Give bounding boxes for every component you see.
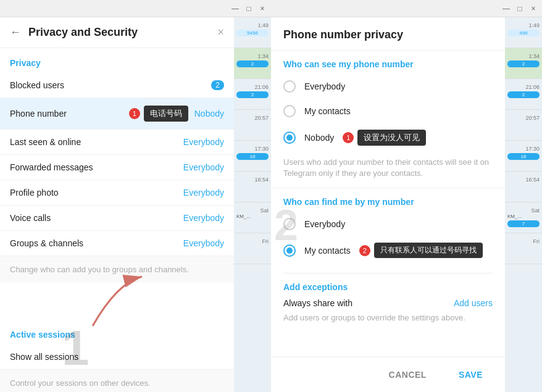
right-maximize-button[interactable]: □	[515, 4, 525, 14]
last-seen-item[interactable]: Last seen & online Everybody	[0, 130, 234, 155]
add-exceptions-hint: Add users or groups to override the sett…	[283, 313, 493, 327]
right-content: Phone number privacy Who can see my phon…	[271, 17, 542, 392]
rchat-item-6: 16:54	[505, 172, 542, 202]
find-everybody-label: Everybody	[304, 219, 345, 229]
voice-calls-label: Voice calls	[10, 213, 183, 223]
voice-calls-value: Everybody	[183, 213, 224, 223]
contacts-annotation-badge: 2	[359, 245, 370, 256]
always-share-row: Always share with Add users	[283, 298, 493, 308]
see-everybody-label: Everybody	[304, 81, 345, 91]
see-everybody-radio[interactable]	[283, 80, 296, 93]
rchat-item-5: 17:30 18	[505, 141, 542, 172]
find-everybody-option[interactable]: Everybody	[271, 212, 505, 236]
last-seen-value: Everybody	[183, 137, 224, 147]
right-minimize-button[interactable]: —	[501, 4, 511, 14]
see-info-text: Users who add your number to their conta…	[271, 152, 505, 188]
blocked-users-item[interactable]: Blocked users 2	[0, 73, 234, 98]
blocked-users-badge: 2	[211, 80, 224, 90]
nobody-annotation-text: 设置为没人可见	[357, 130, 426, 146]
separator-1	[283, 273, 493, 273]
right-window-controls: — □ ×	[501, 4, 538, 14]
phone-number-badge: 1	[129, 108, 140, 119]
see-contacts-label: My contacts	[304, 106, 351, 116]
profile-photo-value: Everybody	[183, 188, 224, 198]
cancel-button[interactable]: CANCEL	[379, 365, 436, 385]
privacy-header: ← Privacy and Security ×	[0, 17, 234, 48]
last-seen-label: Last seen & online	[10, 137, 183, 147]
phone-number-item[interactable]: Phone number 1 电话号码 Nobody	[0, 98, 234, 130]
dialog-spacer	[271, 330, 505, 357]
find-contacts-option[interactable]: My contacts 2 只有联系人可以通过号码寻找	[271, 236, 505, 264]
see-nobody-label: Nobody	[304, 133, 334, 143]
see-nobody-option[interactable]: Nobody 1 设置为没人可见	[271, 123, 505, 152]
always-share-label: Always share with	[283, 298, 352, 308]
see-contacts-radio[interactable]	[283, 105, 296, 117]
who-can-see-title: Who can see my phone number	[271, 51, 505, 74]
chat-item-4: 20:57	[234, 110, 271, 141]
voice-calls-item[interactable]: Voice calls Everybody	[0, 206, 234, 231]
arrow-svg	[80, 270, 154, 332]
privacy-panel: ← Privacy and Security × Privacy Blocked…	[0, 17, 234, 392]
chat-background-left: 1:49 5496 1:34 2 21:06 2 20:57 17:30 18 …	[234, 17, 271, 392]
show-all-sessions-item[interactable]: Show all sessions	[0, 344, 234, 370]
see-everybody-option[interactable]: Everybody	[271, 74, 505, 99]
rchat-item-7: Sat KM_... 7	[505, 202, 542, 233]
groups-label: Groups & channels	[10, 238, 183, 248]
right-title-bar: — □ ×	[271, 0, 542, 17]
phone-tooltip: 电话号码	[144, 106, 188, 122]
chat-background-right: 1:49 496 1:34 2 21:06 2 20:57 17:30 18 1…	[505, 17, 542, 392]
forwarded-label: Forwarded messages	[10, 162, 183, 172]
blocked-users-label: Blocked users	[10, 80, 211, 90]
rchat-item-1: 1:49 496	[505, 17, 542, 48]
groups-item[interactable]: Groups & channels Everybody	[0, 231, 234, 256]
chat-item-3: 21:06 2	[234, 79, 271, 110]
save-button[interactable]: SAVE	[449, 365, 493, 385]
find-contacts-label: My contacts	[304, 246, 351, 256]
back-button[interactable]: ←	[10, 26, 21, 39]
maximize-button[interactable]: □	[244, 4, 254, 14]
add-exceptions-section: Add exceptions Always share with Add use…	[271, 264, 505, 330]
big-number-2: 2	[274, 201, 298, 250]
dialog-panel: Phone number privacy Who can see my phon…	[271, 17, 505, 392]
phone-number-label: Phone number	[10, 109, 129, 119]
add-exceptions-title: Add exceptions	[283, 282, 493, 292]
panel-close-button[interactable]: ×	[217, 26, 224, 39]
left-window-controls: — □ ×	[230, 4, 267, 14]
rchat-item-4: 20:57	[505, 110, 542, 141]
contacts-annotation-text: 只有联系人可以通过号码寻找	[374, 243, 483, 258]
chat-item-8: Fri	[234, 233, 271, 264]
left-window: — □ × ← Privacy and Security × Privacy B…	[0, 0, 271, 392]
forwarded-item[interactable]: Forwarded messages Everybody	[0, 155, 234, 180]
dialog-footer: CANCEL SAVE	[271, 357, 505, 392]
see-nobody-radio[interactable]	[283, 131, 296, 144]
rchat-item-3: 21:06 2	[505, 79, 542, 110]
right-window: — □ × Phone number privacy Who can see m…	[271, 0, 542, 392]
see-contacts-option[interactable]: My contacts	[271, 99, 505, 123]
privacy-section-label: Privacy	[0, 48, 234, 73]
groups-value: Everybody	[183, 238, 224, 248]
nobody-annotation-badge: 1	[343, 132, 354, 143]
chat-item-6: 16:54	[234, 172, 271, 202]
profile-photo-item[interactable]: Profile photo Everybody	[0, 180, 234, 206]
minimize-button[interactable]: —	[230, 4, 240, 14]
add-users-button[interactable]: Add users	[454, 298, 493, 308]
left-content: ← Privacy and Security × Privacy Blocked…	[0, 17, 271, 392]
forwarded-value: Everybody	[183, 162, 224, 172]
panel-title: Privacy and Security	[28, 26, 217, 39]
sessions-hint: Control your sessions on other devices.	[0, 370, 234, 392]
chat-item-1: 1:49 5496	[234, 17, 271, 48]
rchat-item-8: Fri	[505, 233, 542, 264]
who-can-find-title: Who can find me by my number	[271, 188, 505, 212]
phone-number-value: Nobody	[194, 109, 224, 119]
chat-item-2: 1:34 2	[234, 48, 271, 79]
dialog-title: Phone number privacy	[271, 17, 505, 51]
chat-item-7: Sat KM_...	[234, 202, 271, 233]
close-button[interactable]: ×	[257, 4, 267, 14]
chat-item-5: 17:30 18	[234, 141, 271, 172]
show-all-label: Show all sessions	[10, 352, 224, 362]
right-close-button[interactable]: ×	[528, 4, 538, 14]
left-title-bar: — □ ×	[0, 0, 271, 17]
rchat-item-2: 1:34 2	[505, 48, 542, 79]
profile-photo-label: Profile photo	[10, 188, 183, 198]
